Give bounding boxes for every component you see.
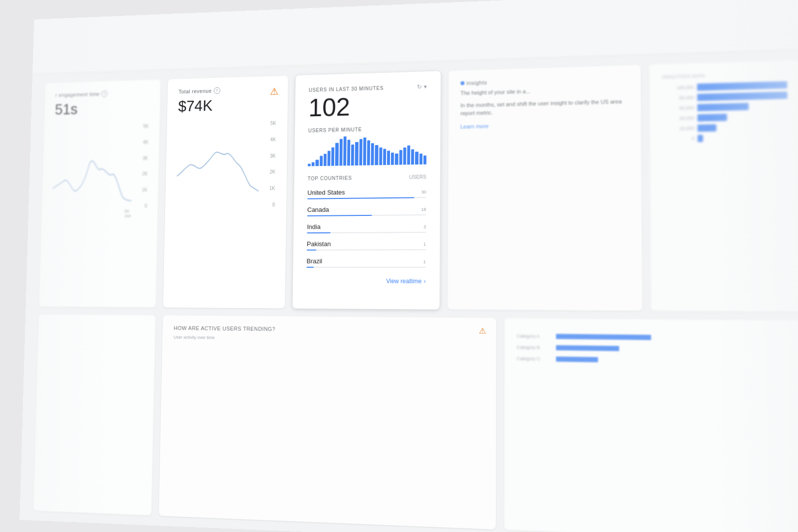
bar-10 bbox=[343, 137, 347, 166]
engagement-info-icon[interactable]: ? bbox=[101, 90, 108, 97]
country-name-us: United States bbox=[307, 188, 345, 196]
insights-detail: In the months, set and shift the user in… bbox=[460, 97, 628, 117]
engagement-chart: 5K 4K 3K 2K 1K 0 04Jun bbox=[52, 124, 149, 219]
country-item-ca[interactable]: Canada 18 bbox=[307, 202, 426, 220]
engagement-value: 51s bbox=[55, 99, 150, 118]
country-item-us[interactable]: United States 30 bbox=[307, 184, 426, 203]
horiz-bar-fill-1 bbox=[697, 81, 788, 91]
horiz-bar-row-5: 20,000 bbox=[662, 123, 788, 133]
country-item-in[interactable]: India 3 bbox=[307, 219, 426, 237]
r-y-label-3k: 3K bbox=[261, 153, 275, 159]
users-col-label: USERS bbox=[409, 174, 426, 179]
bottom-warning-icon: ⚠ bbox=[479, 326, 486, 336]
bar-4 bbox=[320, 156, 323, 166]
realtime-value: 102 bbox=[308, 92, 426, 121]
top-countries-header: TOP COUNTRIES USERS bbox=[308, 174, 426, 181]
engagement-label-text: r engagement time bbox=[55, 91, 100, 98]
bar-22 bbox=[391, 153, 394, 165]
revenue-info-icon[interactable]: ? bbox=[213, 87, 220, 94]
users-per-minute-label: USERS PER MINUTE bbox=[308, 126, 426, 134]
r-y-label-0: 0 bbox=[261, 202, 275, 207]
bar-29 bbox=[419, 154, 422, 164]
revenue-chart: 5K 4K 3K 2K 1K 0 bbox=[176, 121, 276, 218]
realtime-controls[interactable]: ↻ ▾ bbox=[417, 83, 427, 90]
far-right-title: ANALYTICS DATA bbox=[662, 71, 787, 79]
far-right-card: ANALYTICS DATA 100,000 80,000 60,000 bbox=[649, 60, 798, 312]
horiz-bar-fill-3 bbox=[697, 103, 749, 111]
bottom-left-card bbox=[33, 314, 156, 516]
engagement-card: r engagement time ? 51s 5K 4K 3K 2K 1K bbox=[39, 80, 161, 308]
r-y-label-4k: 4K bbox=[262, 137, 276, 142]
bar-13 bbox=[355, 142, 358, 166]
country-bar-fill-ca bbox=[307, 215, 372, 216]
country-name-ca: Canada bbox=[307, 206, 329, 213]
chart-y-labels: 5K 4K 3K 2K 1K 0 bbox=[133, 124, 149, 209]
horiz-bar-fill-6 bbox=[698, 135, 703, 142]
country-count-ca: 18 bbox=[421, 207, 426, 212]
view-realtime-link[interactable]: View realtime bbox=[386, 278, 421, 285]
insights-learn-more-link[interactable]: Learn more bbox=[460, 123, 489, 129]
y-label-3k: 3K bbox=[135, 156, 148, 161]
insights-label: insights bbox=[460, 75, 628, 86]
insights-label-text: insights bbox=[466, 79, 487, 86]
cards-row: r engagement time ? 51s 5K 4K 3K 2K 1K bbox=[39, 60, 798, 312]
bar-23 bbox=[395, 154, 398, 165]
br-fill-1 bbox=[556, 334, 651, 340]
br-bar-row-1: Category A bbox=[517, 334, 791, 342]
bottom-main-title: HOW ARE ACTIVE USERS TRENDING? bbox=[174, 325, 484, 334]
country-bar-in bbox=[307, 232, 426, 233]
bar-12 bbox=[351, 145, 354, 166]
bottom-left-title bbox=[49, 324, 144, 325]
bottom-right-content: Category A Category B Category C bbox=[517, 334, 792, 365]
country-name-br: Brazil bbox=[307, 257, 323, 265]
view-realtime-arrow: › bbox=[423, 278, 425, 285]
country-count-us: 30 bbox=[421, 189, 426, 194]
country-bar-pk bbox=[307, 249, 426, 251]
bar-30 bbox=[423, 156, 426, 165]
country-name-in: India bbox=[307, 223, 320, 230]
horiz-bar-label-5: 20,000 bbox=[662, 126, 694, 132]
realtime-section-label: USERS IN LAST 30 MINUTES bbox=[309, 85, 384, 93]
top-countries-label: TOP COUNTRIES bbox=[308, 176, 352, 181]
bar-21 bbox=[387, 151, 390, 165]
br-fill-3 bbox=[556, 356, 598, 362]
bar-2 bbox=[312, 162, 315, 166]
realtime-header: USERS IN LAST 30 MINUTES ↻ ▾ bbox=[309, 83, 427, 93]
bar-26 bbox=[407, 146, 410, 165]
br-fill-2 bbox=[556, 345, 619, 351]
realtime-refresh-icon[interactable]: ↻ bbox=[417, 83, 422, 90]
realtime-dropdown-icon[interactable]: ▾ bbox=[424, 83, 427, 90]
country-item-br[interactable]: Brazil 1 bbox=[306, 254, 425, 272]
country-bar-fill-br bbox=[307, 267, 314, 268]
bar-11 bbox=[347, 140, 351, 166]
r-y-label-2k: 2K bbox=[261, 170, 276, 175]
country-name-pk: Pakistan bbox=[307, 240, 331, 248]
horiz-bar-label-4: 40,000 bbox=[662, 116, 694, 122]
country-bar-br bbox=[307, 267, 426, 268]
bottom-row: HOW ARE ACTIVE USERS TRENDING? User acti… bbox=[33, 314, 798, 532]
bar-9 bbox=[339, 139, 343, 166]
insights-description: The height of your site in a... bbox=[460, 85, 628, 98]
bar-24 bbox=[399, 150, 402, 165]
horiz-bar-fill-2 bbox=[697, 92, 788, 101]
revenue-value: $74K bbox=[178, 95, 276, 115]
country-item-pk[interactable]: Pakistan 1 bbox=[307, 237, 426, 254]
bar-17 bbox=[371, 143, 374, 165]
engagement-line-chart bbox=[52, 124, 133, 209]
insights-circle-icon bbox=[460, 81, 464, 85]
bar-6 bbox=[327, 151, 330, 166]
horiz-bar-row-6: 0 bbox=[662, 133, 788, 143]
br-label-3: Category C bbox=[517, 356, 553, 361]
br-label-1: Category A bbox=[517, 334, 553, 339]
horiz-bar-label-6: 0 bbox=[662, 136, 694, 142]
bar-25 bbox=[403, 148, 406, 165]
dashboard-page: r engagement time ? 51s 5K 4K 3K 2K 1K bbox=[19, 0, 798, 532]
engagement-label: r engagement time ? bbox=[55, 89, 150, 98]
bar-28 bbox=[415, 152, 418, 165]
country-count-in: 3 bbox=[423, 224, 426, 229]
y-label-4k: 4K bbox=[135, 140, 148, 145]
bar-27 bbox=[411, 149, 414, 165]
view-realtime-row: View realtime › bbox=[306, 278, 425, 285]
users-per-minute-chart bbox=[308, 135, 426, 166]
y-label-2k: 2K bbox=[134, 172, 148, 177]
